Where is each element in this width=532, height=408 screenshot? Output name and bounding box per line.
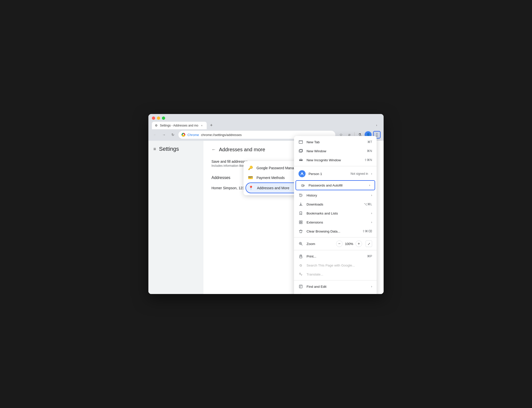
incognito-icon: 🕶 <box>299 158 303 162</box>
google-g-icon: G <box>299 263 303 268</box>
zoom-value: 100% <box>345 242 354 246</box>
browser-window: ⚙ Settings - Addresses and mo × + › ← → … <box>148 114 384 294</box>
new-tab-button[interactable]: + <box>208 122 215 129</box>
svg-rect-2 <box>299 140 303 144</box>
new-tab-shortcut: ⌘T <box>367 140 372 144</box>
new-incognito-label: New Incognito Window <box>307 158 361 162</box>
search-page-label: Search This Page with Google... <box>307 264 372 267</box>
find-edit-icon <box>299 284 303 289</box>
key-icon: 🔑 <box>248 166 253 170</box>
passwords-autofill-row[interactable]: Passwords and Autofill › <box>296 180 375 190</box>
forward-button[interactable]: → <box>160 131 167 138</box>
svg-point-7 <box>302 185 303 186</box>
back-button[interactable]: ← <box>151 131 158 138</box>
print-shortcut: ⌘P <box>367 254 372 258</box>
zoom-label: Zoom <box>307 242 315 246</box>
maximize-traffic-light[interactable] <box>162 116 165 120</box>
history-icon <box>299 193 303 198</box>
reload-button[interactable]: ↻ <box>169 131 176 138</box>
new-tab-label: New Tab <box>307 140 364 144</box>
extensions-label: Extensions <box>307 220 368 224</box>
new-tab-icon <box>299 140 303 144</box>
extensions-menu-icon <box>299 220 303 224</box>
downloads-label: Downloads <box>307 202 360 206</box>
url-prefix: Chrome <box>187 133 199 137</box>
tab-close-button[interactable]: × <box>200 124 204 128</box>
new-window-label: New Window <box>307 149 363 153</box>
person-row-arrow: › <box>371 172 372 176</box>
payment-methods-label: Payment Methods <box>256 176 285 180</box>
forward-icon: → <box>162 133 166 137</box>
translate-label: Translate... <box>307 272 372 276</box>
save-share-icon <box>299 293 303 294</box>
location-pin-icon: 📍 <box>248 186 253 190</box>
zoom-minus-button[interactable]: − <box>336 240 343 247</box>
svg-point-5 <box>301 172 303 174</box>
traffic-lights <box>152 116 380 120</box>
tab-favicon: ⚙ <box>155 124 158 127</box>
menu-item-search-page: G Search This Page with Google... <box>294 261 377 270</box>
hamburger-icon[interactable]: ≡ <box>153 146 156 152</box>
back-arrow-button[interactable]: ← <box>211 147 216 152</box>
title-bar: ⚙ Settings - Addresses and mo × + › <box>148 114 384 129</box>
svg-point-15 <box>302 256 302 256</box>
tabs-row: ⚙ Settings - Addresses and mo × + › <box>152 122 380 129</box>
find-edit-arrow: › <box>371 285 372 288</box>
new-incognito-shortcut: ⇧⌘N <box>364 158 372 162</box>
bookmarks-icon <box>299 211 303 216</box>
save-share-arrow: › <box>371 294 372 294</box>
menu-item-save-share[interactable]: Save, Share, and Cast › <box>294 291 377 294</box>
page-section-title: Addresses and more <box>219 147 265 152</box>
svg-rect-10 <box>299 222 301 224</box>
menu-item-new-window[interactable]: New Window ⌘N <box>294 146 377 156</box>
reload-icon: ↻ <box>171 133 174 137</box>
menu-item-new-incognito[interactable]: 🕶 New Incognito Window ⇧⌘N <box>294 156 377 164</box>
fullscreen-icon: ⤢ <box>368 242 370 246</box>
person-status: Not signed in <box>351 172 368 176</box>
history-label: History <box>307 194 368 197</box>
zoom-plus-button[interactable]: + <box>356 240 362 247</box>
bookmarks-arrow: › <box>371 212 372 215</box>
save-share-label: Save, Share, and Cast <box>307 294 368 294</box>
print-label: Print... <box>307 254 364 258</box>
menu-item-extensions[interactable]: Extensions › <box>294 218 377 227</box>
find-edit-label: Find and Edit <box>307 285 368 288</box>
menu-item-print[interactable]: Print... ⌘P <box>294 252 377 261</box>
settings-title: Settings <box>159 146 179 152</box>
addresses-and-more-label: Addresses and More <box>257 186 289 190</box>
tab-title: Settings - Addresses and mo <box>160 124 198 127</box>
tab-list-chevron[interactable]: › <box>373 122 380 129</box>
fullscreen-button[interactable]: ⤢ <box>366 240 372 247</box>
new-window-icon <box>299 149 303 153</box>
translate-icon <box>299 272 303 276</box>
zoom-controls: − 100% + ⤢ <box>336 240 372 247</box>
svg-rect-11 <box>301 222 302 224</box>
menu-item-clear-browsing[interactable]: Clear Browsing Data... ⇧⌘⌫ <box>294 227 377 236</box>
menu-item-new-tab[interactable]: New Tab ⌘T <box>294 138 377 146</box>
close-traffic-light[interactable] <box>152 116 155 120</box>
menu-item-history[interactable]: History › <box>294 191 377 200</box>
person-avatar <box>299 170 306 177</box>
passwords-autofill-label: Passwords and Autofill <box>309 184 366 187</box>
zoom-icon <box>299 242 303 246</box>
print-icon <box>299 254 303 258</box>
downloads-shortcut: ⌥⌘L <box>364 202 372 206</box>
svg-rect-14 <box>300 255 302 256</box>
minimize-traffic-light[interactable] <box>157 116 160 120</box>
menu-divider-4 <box>294 280 377 280</box>
menu-divider-2 <box>294 237 377 238</box>
menu-item-find-edit[interactable]: Find and Edit › <box>294 282 377 291</box>
credit-card-icon: 💳 <box>248 175 253 180</box>
clear-browsing-icon <box>299 229 303 234</box>
menu-item-bookmarks[interactable]: Bookmarks and Lists › <box>294 209 377 218</box>
settings-header: ≡ Settings <box>148 146 203 157</box>
url-text: chrome://settings/addresses <box>201 133 242 137</box>
svg-rect-8 <box>299 221 301 222</box>
person-row[interactable]: Person 1 Not signed in › <box>294 168 377 180</box>
svg-rect-9 <box>301 221 302 222</box>
new-window-shortcut: ⌘N <box>367 149 372 153</box>
passwords-autofill-arrow: › <box>369 184 370 187</box>
active-tab[interactable]: ⚙ Settings - Addresses and mo × <box>152 122 207 129</box>
history-arrow: › <box>371 194 372 197</box>
menu-item-downloads[interactable]: Downloads ⌥⌘L <box>294 200 377 209</box>
